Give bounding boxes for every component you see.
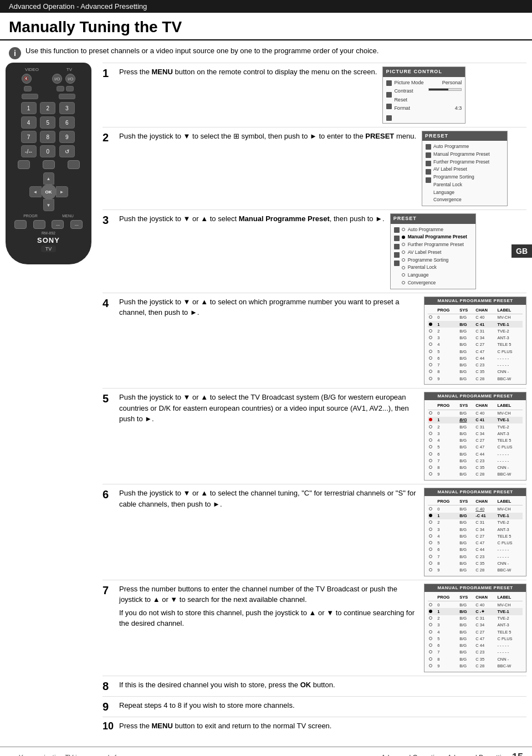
- func-btn-2[interactable]: [57, 86, 64, 91]
- dpad-up[interactable]: ▲: [43, 172, 54, 185]
- num-btn-5[interactable]: 5: [40, 116, 55, 129]
- bottom-btn-2[interactable]: [33, 220, 45, 229]
- steps-column: 1 Press the MENU button on the remote co…: [103, 63, 526, 735]
- remote-control: VIDEO TV 🔇 I/O I/O: [6, 63, 91, 264]
- remote-column: VIDEO TV 🔇 I/O I/O: [6, 63, 97, 735]
- panel-icon-1: [386, 80, 392, 86]
- intro-section: i Use this function to preset channels o…: [0, 40, 532, 63]
- page-number: 15: [512, 752, 523, 756]
- panel-row-4: Format 4:3: [394, 105, 462, 113]
- num-btn-4[interactable]: 4: [21, 116, 37, 129]
- preset2-sort: Programme Sorting: [402, 257, 472, 264]
- mpp-table-6: PROG SYS CHAN LABEL 0B/GC 40MV-CH: [428, 498, 523, 574]
- step-4-body: Push the joystick to ▼ or ▲ to select on…: [119, 297, 526, 385]
- func-btn-1[interactable]: [24, 86, 32, 91]
- preset-icon-4: [426, 169, 431, 175]
- remote-bottom-btns: — —: [11, 220, 86, 229]
- mpp7-col-prog: PROG: [436, 594, 458, 601]
- page-title-section: Manually Tuning the TV: [0, 13, 532, 40]
- progr-label: PROGR: [23, 214, 38, 218]
- power-video-button[interactable]: I/O: [52, 74, 62, 84]
- remote-numpad: 1 2 3 4 5 6 7 8 9 -/-- 0 ↺: [21, 102, 76, 157]
- func-btn-5[interactable]: [59, 94, 75, 99]
- step-9-body: Repeat steps 4 to 8 if you wish to store…: [119, 700, 526, 711]
- btn-extra-1[interactable]: [18, 160, 30, 169]
- preset-panel-2-title: PRESET: [391, 214, 475, 224]
- dpad-right[interactable]: ►: [56, 186, 68, 197]
- bottom-btn-minus[interactable]: —: [52, 220, 64, 229]
- mpp6-row-2: 2B/GC 31TVE-2: [428, 519, 523, 526]
- mpp-col-prog: [428, 307, 436, 314]
- func-btn-4[interactable]: [22, 94, 38, 99]
- picture-control-body: Picture Mode Personal Contrast Reset: [386, 79, 462, 121]
- preset-panel-2: PRESET: [390, 213, 476, 289]
- bottom-btn-minus2[interactable]: —: [70, 220, 83, 229]
- mpp6-row-0: 0B/GC 40MV-CH: [428, 505, 523, 513]
- func-btn-3[interactable]: [66, 86, 74, 91]
- preset-panel-1-title: PRESET: [422, 131, 507, 141]
- mpp7-row-2: 2B/GC 31TVE-2: [428, 615, 523, 622]
- preset-icon-3: [426, 161, 431, 166]
- mpp5-row-4: 4B/GC 27TELE 5: [428, 437, 523, 444]
- mpp5-row-1-h: 1B/GC 41TVE-1: [428, 417, 523, 423]
- step-10-text: Press the MENU button to exit and return…: [119, 721, 526, 732]
- num-btn-dash[interactable]: -/--: [21, 145, 37, 157]
- dpad-left[interactable]: ◄: [29, 186, 42, 197]
- mpp7-row-8: 8B/GC 35CNN -: [428, 656, 523, 662]
- mpp-title-6: MANUAL PROGRAMME PRESET: [424, 488, 526, 496]
- btn-extra-3[interactable]: [68, 160, 80, 169]
- preset-item-conv: Convergence: [433, 196, 504, 203]
- preset-panel-1-body: Auto Programme Manual Programme Preset F…: [426, 143, 504, 203]
- num-btn-recall[interactable]: ↺: [59, 145, 75, 157]
- panel-icons: [386, 79, 392, 121]
- remote-func-row-2: [11, 94, 86, 99]
- mpp-panel-7: MANUAL PROGRAMME PRESET PROG SYS CHAN LA…: [424, 584, 526, 672]
- preset2-auto: Auto Programme: [402, 226, 472, 233]
- remote-func-row: [11, 86, 86, 91]
- step-1-text: Press the MENU button on the remote cont…: [119, 67, 377, 78]
- bottom-btn-1[interactable]: [14, 220, 27, 229]
- num-btn-6[interactable]: 6: [59, 116, 75, 129]
- dpad-down[interactable]: ▼: [43, 199, 54, 211]
- mpp7-row-7: 7B/GC 23- - - - -: [428, 649, 523, 656]
- remote-dpad: ▲ ▼ ◄ ► OK: [29, 172, 68, 211]
- mpp-title-5: MANUAL PROGRAMME PRESET: [424, 392, 526, 400]
- step-5-text: Push the joystick to ▼ or ▲ to select th…: [119, 392, 418, 425]
- preset-item-sort: Programme Sorting: [433, 173, 504, 181]
- num-btn-9[interactable]: 9: [59, 131, 75, 143]
- mpp5-row-0: 0B/GC 40MV-CH: [428, 410, 523, 417]
- mpp-title-4: MANUAL PROGRAMME PRESET: [424, 297, 526, 305]
- mute-button[interactable]: 🔇: [22, 74, 32, 84]
- mpp-title-7: MANUAL PROGRAMME PRESET: [424, 584, 526, 592]
- mpp5-row-6: 6B/GC 44- - - - -: [428, 451, 523, 457]
- preset2-lang: Language: [402, 272, 472, 279]
- footer-note: ☞ Your projection TV is now ready for us…: [9, 753, 136, 756]
- mpp-table-5: PROG SYS CHAN LABEL 0B/GC 40MV-CH: [428, 402, 523, 478]
- info-icon: i: [9, 47, 21, 59]
- mpp5-col-dot: [428, 402, 436, 410]
- btn-extra-2[interactable]: [43, 160, 55, 169]
- mpp5-col-prog: PROG: [436, 402, 458, 410]
- mpp5-row-3: 3B/GC 34ANT-3: [428, 430, 523, 437]
- num-btn-8[interactable]: 8: [40, 131, 55, 143]
- num-btn-2[interactable]: 2: [40, 102, 55, 114]
- menu-label: MENU: [62, 214, 74, 218]
- mpp5-col-sys: SYS: [458, 402, 474, 410]
- num-btn-3[interactable]: 3: [59, 102, 75, 114]
- footer-page-label: Advanced Operation - Advanced Presetting: [381, 754, 509, 756]
- ok-button[interactable]: OK: [41, 184, 57, 200]
- step-7-body: Press the number buttons to enter the ch…: [119, 584, 526, 672]
- mpp7-col-chan: CHAN: [474, 594, 496, 601]
- power-tv-button[interactable]: I/O: [65, 74, 75, 84]
- mpp7-col-sys: SYS: [458, 594, 474, 601]
- preset2-further: Further Programme Preset: [402, 241, 472, 248]
- step-1: 1 Press the MENU button on the remote co…: [103, 63, 526, 127]
- num-btn-0[interactable]: 0: [40, 145, 55, 157]
- step-1-number: 1: [103, 67, 115, 80]
- mpp5-row-8: 8B/GC 35CNN -: [428, 464, 523, 471]
- preset2-conv: Convergence: [402, 279, 472, 287]
- num-btn-7[interactable]: 7: [21, 131, 37, 143]
- step-4: 4 Push the joystick to ▼ or ▲ to select …: [103, 293, 526, 389]
- num-btn-1[interactable]: 1: [21, 102, 37, 114]
- step-6: 6 Push the joystick to ▼ or ▲ to select …: [103, 484, 526, 580]
